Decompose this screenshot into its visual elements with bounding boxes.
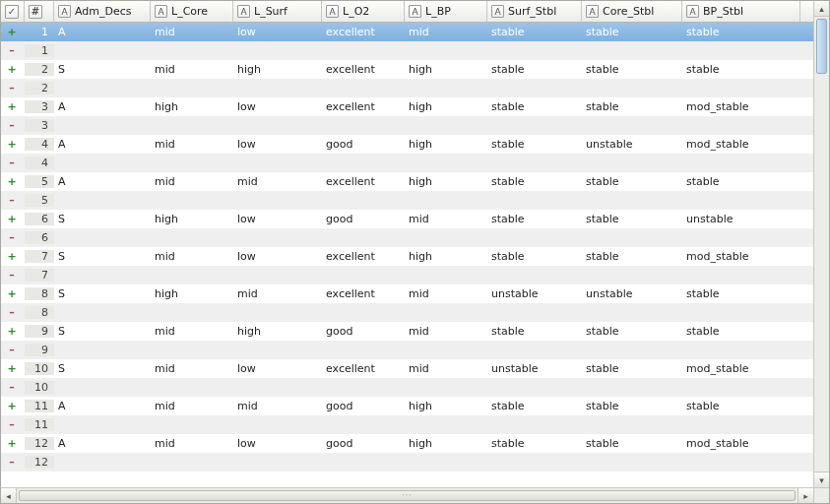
cell-lbp: high xyxy=(405,250,487,263)
cell-mark: + xyxy=(1,362,25,375)
cell-idx: 2 xyxy=(25,82,54,94)
table-row[interactable]: +7Smidlowexcellenthighstablestablemod_st… xyxy=(1,247,813,266)
cell-lsurf: low xyxy=(233,26,322,38)
table-row[interactable]: +9Smidhighgoodmidstablestablestable xyxy=(1,322,813,341)
horizontal-scrollbar[interactable]: ◂ ··· ▸ xyxy=(1,487,813,503)
table-row[interactable]: –9 xyxy=(1,341,813,359)
table-row[interactable]: –7 xyxy=(1,266,813,284)
table-row[interactable]: –4 xyxy=(1,154,813,172)
collapse-icon[interactable]: – xyxy=(5,47,19,55)
scroll-left-button[interactable]: ◂ xyxy=(1,488,17,503)
cell-mark: + xyxy=(1,26,25,38)
expand-icon[interactable]: + xyxy=(5,250,19,263)
table-row[interactable]: –3 xyxy=(1,116,813,135)
vertical-scrollbar-thumb[interactable] xyxy=(816,19,827,74)
column-header-idx[interactable] xyxy=(25,1,54,22)
cell-lbp: high xyxy=(405,63,487,76)
table-row[interactable]: +12Amidlowgoodhighstablestablemod_stable xyxy=(1,434,813,453)
cell-lcore: high xyxy=(151,100,233,113)
column-header-corest[interactable]: Core_Stbl xyxy=(582,1,682,22)
expand-icon[interactable]: + xyxy=(5,362,19,375)
cell-idx: 3 xyxy=(25,100,54,113)
cell-mark: – xyxy=(1,418,25,431)
table-row[interactable]: –11 xyxy=(1,415,813,434)
cell-mark: – xyxy=(1,306,25,319)
expand-icon[interactable]: + xyxy=(5,400,19,412)
cell-adm: S xyxy=(54,63,151,76)
collapse-icon[interactable]: – xyxy=(5,234,19,242)
cell-lcore: mid xyxy=(151,26,233,38)
cell-lbp: high xyxy=(405,175,487,188)
table-row[interactable]: –1 xyxy=(1,41,813,60)
scroll-down-button[interactable]: ▾ xyxy=(814,472,829,487)
collapse-icon[interactable]: – xyxy=(5,346,19,354)
cell-adm: S xyxy=(54,287,151,300)
horizontal-scrollbar-thumb[interactable]: ··· xyxy=(19,490,796,501)
table-row[interactable]: +1Amidlowexcellentmidstablestablestable xyxy=(1,23,813,41)
collapse-icon[interactable]: – xyxy=(5,122,19,130)
table-row[interactable]: +6Shighlowgoodmidstablestableunstable xyxy=(1,210,813,228)
collapse-icon[interactable]: – xyxy=(5,272,19,280)
vertical-scrollbar[interactable]: ▴ ▾ xyxy=(813,1,829,487)
table-row[interactable]: +3Ahighlowexcellenthighstablestablemod_s… xyxy=(1,97,813,116)
cell-lsurf: high xyxy=(233,325,322,338)
column-header-lsurf[interactable]: L_Surf xyxy=(233,1,322,22)
cell-lbp: mid xyxy=(405,213,487,225)
expand-icon[interactable]: + xyxy=(5,26,19,38)
table-row[interactable]: +8Shighmidexcellentmidunstableunstablest… xyxy=(1,284,813,303)
column-header-lbp[interactable]: L_BP xyxy=(405,1,487,22)
table-row[interactable]: +11Amidmidgoodhighstablestablestable xyxy=(1,397,813,415)
cell-corest: stable xyxy=(582,437,682,450)
expand-icon[interactable]: + xyxy=(5,213,19,225)
table-row[interactable]: –12 xyxy=(1,453,813,472)
cell-lbp: high xyxy=(405,400,487,412)
collapse-icon[interactable]: – xyxy=(5,85,19,93)
scrollbar-corner xyxy=(813,487,829,503)
collapse-icon[interactable]: – xyxy=(5,197,19,205)
column-header-surfst[interactable]: Surf_Stbl xyxy=(487,1,582,22)
cell-adm: A xyxy=(54,26,151,38)
table-row[interactable]: –2 xyxy=(1,79,813,97)
table-body: +1Amidlowexcellentmidstablestablestable–… xyxy=(1,23,813,487)
table-row[interactable]: –5 xyxy=(1,191,813,210)
cell-lo2: excellent xyxy=(322,287,405,300)
table-row[interactable]: +2Smidhighexcellenthighstablestablestabl… xyxy=(1,60,813,79)
cell-lbp: high xyxy=(405,100,487,113)
column-header-adm[interactable]: Adm_Decs xyxy=(54,1,151,22)
cell-idx: 12 xyxy=(25,456,54,469)
cell-bpst: mod_stable xyxy=(682,250,800,263)
cell-idx: 2 xyxy=(25,63,54,76)
collapse-icon[interactable]: – xyxy=(5,421,19,429)
table-row[interactable]: –8 xyxy=(1,303,813,322)
column-header-lcore[interactable]: L_Core xyxy=(151,1,233,22)
collapse-icon[interactable]: – xyxy=(5,159,19,167)
cell-surfst: stable xyxy=(487,100,582,113)
collapse-icon[interactable]: – xyxy=(5,309,19,317)
column-header-bpst[interactable]: BP_Stbl xyxy=(682,1,800,22)
column-header-lo2[interactable]: L_O2 xyxy=(322,1,405,22)
scroll-up-button[interactable]: ▴ xyxy=(814,1,829,17)
column-header-mark[interactable] xyxy=(1,1,25,22)
table-row[interactable]: –10 xyxy=(1,378,813,397)
expand-icon[interactable]: + xyxy=(5,175,19,188)
expand-icon[interactable]: + xyxy=(5,100,19,113)
table-row[interactable]: +4Amidlowgoodhighstableunstablemod_stabl… xyxy=(1,135,813,154)
expand-icon[interactable]: + xyxy=(5,138,19,151)
expand-icon[interactable]: + xyxy=(5,287,19,300)
cell-corest: stable xyxy=(582,26,682,38)
scroll-right-button[interactable]: ▸ xyxy=(798,488,813,503)
cell-bpst: stable xyxy=(682,26,800,38)
cell-bpst: mod_stable xyxy=(682,437,800,450)
expand-icon[interactable]: + xyxy=(5,63,19,76)
cell-lbp: mid xyxy=(405,362,487,375)
expand-icon[interactable]: + xyxy=(5,437,19,450)
table-row[interactable]: +10Smidlowexcellentmidunstablestablemod_… xyxy=(1,359,813,378)
table-row[interactable]: –6 xyxy=(1,228,813,247)
cell-lsurf: low xyxy=(233,362,322,375)
cell-mark: – xyxy=(1,157,25,169)
collapse-icon[interactable]: – xyxy=(5,384,19,392)
collapse-icon[interactable]: – xyxy=(5,459,19,467)
table-row[interactable]: +5Amidmidexcellenthighstablestablestable xyxy=(1,172,813,191)
column-header-label: L_Surf xyxy=(254,5,287,18)
expand-icon[interactable]: + xyxy=(5,325,19,338)
